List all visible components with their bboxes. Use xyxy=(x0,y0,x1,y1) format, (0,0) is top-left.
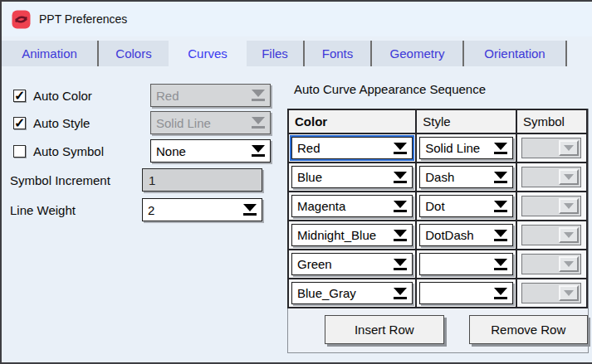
row4-color-value: Midnight_Blue xyxy=(297,228,393,242)
auto-style-row: Auto Style Solid Line xyxy=(13,111,279,134)
auto-symbol-row: Auto Symbol None xyxy=(13,139,279,163)
column-header-symbol: Symbol xyxy=(516,109,587,133)
auto-style-combo: Solid Line xyxy=(150,111,271,134)
remove-row-button[interactable]: Remove Row xyxy=(469,315,589,344)
row5-symbol-combo xyxy=(521,254,581,274)
symbol-increment-row: Symbol Increment 1 xyxy=(10,168,279,192)
chevron-down-icon xyxy=(559,256,579,272)
table-row: Blue Dash xyxy=(288,163,587,192)
table-row: Magenta Dot xyxy=(288,192,587,221)
auto-style-label: Auto Style xyxy=(33,116,90,130)
chevron-down-icon xyxy=(493,201,508,212)
line-weight-value: 2 xyxy=(148,203,242,217)
auto-symbol-value: None xyxy=(156,144,251,158)
column-header-color: Color xyxy=(288,109,416,133)
tab-curves[interactable]: Curves xyxy=(169,41,247,66)
chevron-down-icon xyxy=(393,172,408,183)
line-weight-combo[interactable]: 2 xyxy=(142,198,262,221)
auto-color-label: Auto Color xyxy=(33,89,92,103)
auto-symbol-checkbox[interactable] xyxy=(13,145,26,158)
row2-style-value: Dash xyxy=(425,170,493,184)
tab-files[interactable]: Files xyxy=(247,41,305,66)
column-header-style: Style xyxy=(416,109,516,133)
chevron-down-icon xyxy=(559,169,579,185)
tab-geometry[interactable]: Geometry xyxy=(372,41,464,66)
title-bar: PPT Preferences xyxy=(2,2,592,36)
chevron-down-icon xyxy=(559,227,579,243)
table-row: Midnight_Blue DotDash xyxy=(288,221,587,250)
chevron-down-icon xyxy=(251,117,266,129)
symbol-increment-field: 1 xyxy=(142,168,262,192)
app-icon xyxy=(12,10,31,29)
tab-colors[interactable]: Colors xyxy=(99,41,169,66)
row5-color-combo[interactable]: Green xyxy=(291,253,413,275)
tab-animation[interactable]: Animation xyxy=(2,41,99,66)
row5-color-value: Green xyxy=(297,257,393,271)
row6-style-combo[interactable] xyxy=(419,282,513,304)
table-row: Green xyxy=(288,250,587,279)
chevron-down-icon xyxy=(251,145,266,157)
symbol-increment-label: Symbol Increment xyxy=(10,173,110,187)
row2-style-combo[interactable]: Dash xyxy=(419,166,513,188)
auto-symbol-combo[interactable]: None xyxy=(150,139,271,163)
line-weight-row: Line Weight 2 xyxy=(10,198,279,221)
sequence-section-title: Auto Curve Appearance Sequence xyxy=(294,82,486,96)
row6-color-combo[interactable]: Blue_Gray xyxy=(291,282,413,304)
table-row: Red Solid Line xyxy=(288,133,587,163)
chevron-down-icon xyxy=(393,143,408,154)
chevron-down-icon xyxy=(493,143,508,154)
table-button-row: Insert Row Remove Row xyxy=(288,315,588,344)
tab-fonts[interactable]: Fonts xyxy=(305,41,372,66)
auto-style-checkbox[interactable] xyxy=(13,117,26,129)
auto-symbol-label: Auto Symbol xyxy=(33,144,104,158)
row1-color-value: Red xyxy=(297,141,393,155)
row4-style-value: DotDash xyxy=(425,228,493,242)
auto-color-row: Auto Color Red xyxy=(13,84,279,107)
chevron-down-icon xyxy=(493,288,508,299)
auto-style-value: Solid Line xyxy=(156,116,251,130)
chevron-down-icon xyxy=(559,140,579,156)
insert-row-button[interactable]: Insert Row xyxy=(325,315,444,344)
ppt-preferences-window: PPT Preferences Animation Colors Curves … xyxy=(0,0,592,364)
tab-orientation[interactable]: Orientation xyxy=(464,41,567,66)
row6-symbol-combo xyxy=(521,283,581,303)
row4-color-combo[interactable]: Midnight_Blue xyxy=(291,224,413,246)
chevron-down-icon xyxy=(242,204,257,216)
row3-color-value: Magenta xyxy=(297,199,393,213)
table-header-row: Color Style Symbol xyxy=(288,109,587,133)
row4-style-combo[interactable]: DotDash xyxy=(419,224,513,246)
row2-color-value: Blue xyxy=(297,170,393,184)
chevron-down-icon xyxy=(559,198,579,214)
chevron-down-icon xyxy=(251,90,266,101)
row5-style-combo[interactable] xyxy=(419,253,513,275)
table-row: Blue_Gray xyxy=(288,279,587,308)
row1-style-combo[interactable]: Solid Line xyxy=(419,137,513,159)
auto-color-combo: Red xyxy=(150,84,271,107)
chevron-down-icon xyxy=(393,230,408,241)
row6-color-value: Blue_Gray xyxy=(297,286,393,300)
sequence-frame: Color Style Symbol Red Solid Line Blue xyxy=(287,109,589,353)
sequence-table: Color Style Symbol Red Solid Line Blue xyxy=(287,109,588,308)
chevron-down-icon xyxy=(493,259,508,270)
row2-color-combo[interactable]: Blue xyxy=(291,166,413,188)
chevron-down-icon xyxy=(393,259,408,270)
chevron-down-icon xyxy=(393,201,408,212)
row3-style-combo[interactable]: Dot xyxy=(419,195,513,217)
chevron-down-icon xyxy=(559,285,579,301)
line-weight-label: Line Weight xyxy=(10,203,76,217)
chevron-down-icon xyxy=(393,288,408,299)
symbol-increment-value: 1 xyxy=(149,173,155,187)
row1-style-value: Solid Line xyxy=(425,141,493,155)
window-title: PPT Preferences xyxy=(39,12,127,26)
row3-color-combo[interactable]: Magenta xyxy=(291,195,413,217)
auto-color-checkbox[interactable] xyxy=(13,90,26,102)
row3-style-value: Dot xyxy=(425,199,493,213)
chevron-down-icon xyxy=(493,172,508,183)
row1-symbol-combo xyxy=(521,138,581,158)
row2-symbol-combo xyxy=(521,167,581,187)
chevron-down-icon xyxy=(493,230,508,241)
row4-symbol-combo xyxy=(521,225,581,245)
auto-color-value: Red xyxy=(156,89,251,103)
tab-bar: Animation Colors Curves Files Fonts Geom… xyxy=(2,41,592,66)
row1-color-combo[interactable]: Red xyxy=(291,137,413,159)
